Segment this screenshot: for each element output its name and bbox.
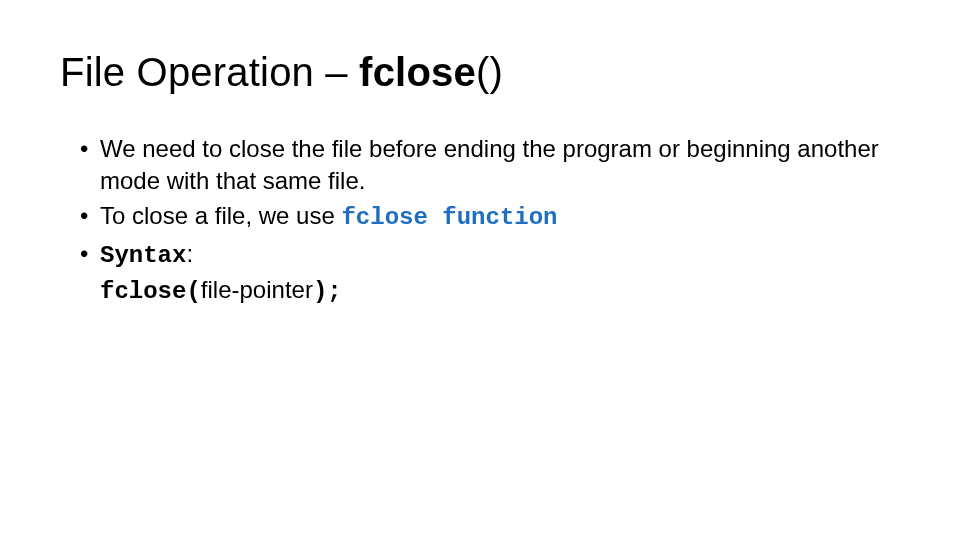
bullet-2: To close a file, we use fclose function (80, 200, 900, 234)
syntax-open: fclose( (100, 278, 201, 305)
syntax-colon: : (186, 240, 193, 267)
bullet-1: We need to close the file before ending … (80, 133, 900, 196)
syntax-line: fclose(file-pointer); (100, 274, 900, 308)
title-prefix: File Operation – (60, 50, 359, 94)
slide-title: File Operation – fclose() (60, 50, 900, 95)
bullet-1-text: We need to close the file before ending … (100, 135, 879, 194)
syntax-label: Syntax (100, 242, 186, 269)
bullet-list: We need to close the file before ending … (80, 133, 900, 307)
syntax-arg: file-pointer (201, 276, 313, 303)
syntax-close: ); (313, 278, 342, 305)
slide: File Operation – fclose() We need to clo… (0, 0, 960, 540)
title-suffix: () (476, 50, 503, 94)
title-fn: fclose (359, 50, 476, 94)
bullet-3: Syntax: fclose(file-pointer); (80, 238, 900, 307)
bullet-2-lead: To close a file, we use (100, 202, 341, 229)
bullet-2-code: fclose function (341, 204, 557, 231)
